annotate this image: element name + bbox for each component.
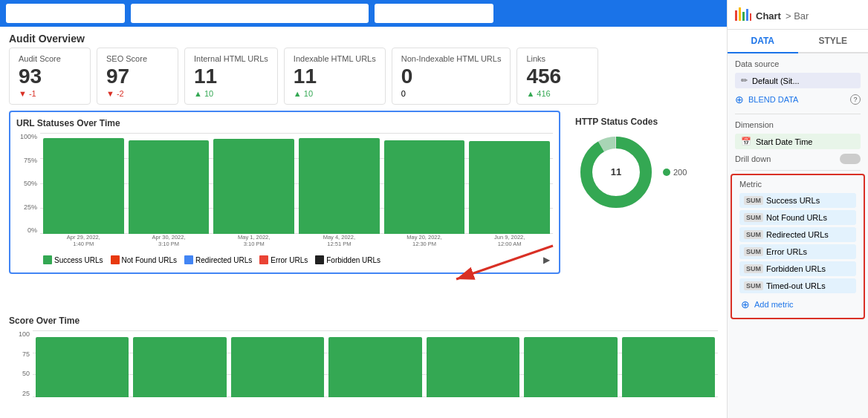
metric-item-5[interactable]: SUM Timed-out URLs: [739, 278, 856, 293]
right-panel: Chart > Bar DATA STYLE Data source ✏ Def…: [727, 0, 868, 418]
metric-value-0: 93: [19, 66, 81, 87]
top-bar: [0, 0, 727, 27]
calendar-icon: 📅: [741, 137, 751, 146]
score-y-75: 75: [9, 350, 33, 358]
x-label-2: May 1, 2022,3:10 PM: [213, 234, 294, 252]
top-bar-input-3[interactable]: [375, 4, 493, 23]
metric-label-5: Links: [526, 54, 589, 63]
x-label-1: Apr 30, 2022,3:10 PM: [129, 234, 210, 252]
score-y-100: 100: [9, 330, 33, 338]
bar-chart-wrapper: 100% 75% 50% 25% 0%: [16, 133, 553, 252]
donut-chart: 11: [575, 131, 657, 213]
data-source-item[interactable]: ✏ Default (Sit...: [735, 73, 861, 88]
bar-5: [469, 141, 550, 234]
metric-item-4[interactable]: SUM Forbidden URLs: [739, 261, 856, 276]
donut-legend-dot: [663, 169, 670, 176]
top-bar-input-1[interactable]: [6, 4, 125, 23]
bar-2: [213, 139, 294, 234]
panel-title: Chart: [756, 10, 781, 22]
drill-down-label: Drill down: [735, 154, 771, 163]
metric-title: Metric: [739, 180, 856, 189]
score-bar-4: [427, 337, 519, 397]
metric-label-3: Indexable HTML URLs: [294, 54, 376, 63]
score-bar-2: [231, 337, 324, 397]
help-icon[interactable]: ?: [850, 94, 861, 105]
y-label-50: 50%: [16, 180, 40, 187]
metric-section: Metric SUM Success URLs SUM Not Found UR…: [731, 174, 865, 319]
audit-overview-title: Audit Overview: [0, 27, 727, 48]
data-source-section: Data source ✏ Default (Sit... ⊕ BLEND DA…: [728, 53, 868, 114]
panel-breadcrumb: > Bar: [786, 10, 809, 22]
metric-value-1: 97: [106, 66, 169, 87]
chart-icon: [735, 7, 751, 21]
donut-legend-value: 200: [673, 168, 687, 177]
score-section: Score Over Time 100 75 50 25: [0, 313, 727, 418]
score-bar-1: [133, 337, 226, 397]
add-metric-button[interactable]: ⊕ Add metric: [739, 295, 856, 313]
x-label-3: May 4, 2022,12:51 PM: [299, 234, 380, 252]
metric-item-1[interactable]: SUM Not Found URLs: [739, 210, 856, 225]
add-metric-label: Add metric: [754, 300, 794, 309]
metric-sum-4: SUM: [744, 264, 763, 273]
svg-rect-7: [735, 10, 737, 21]
metrics-row: Audit Score 93 ▼ -1 SEO Score 97 ▼ -2 In…: [0, 48, 727, 111]
y-axis: 100% 75% 50% 25% 0%: [16, 133, 40, 234]
x-label-4: May 20, 2022,12:30 PM: [384, 234, 465, 252]
metric-label-0: Audit Score: [19, 54, 81, 63]
metric-card-4: Non-Indexable HTML URLs 0 0: [392, 48, 511, 105]
bar-0: [43, 138, 124, 234]
tab-data[interactable]: DATA: [728, 30, 798, 53]
svg-rect-9: [742, 12, 745, 21]
legend-redirected-label: Redirected URLs: [195, 256, 252, 264]
metric-card-0: Audit Score 93 ▼ -1: [9, 48, 91, 105]
legend-redirected: Redirected URLs: [184, 255, 252, 264]
metric-item-0[interactable]: SUM Success URLs: [739, 193, 856, 208]
score-y-25: 25: [9, 390, 33, 397]
metric-value-3: 11: [294, 66, 376, 87]
svg-text:11: 11: [611, 166, 621, 177]
legend-forbidden-color: [315, 255, 324, 264]
legend-scroll-right[interactable]: ▶: [543, 255, 550, 265]
x-label-0: Apr 29, 2022,1:40 PM: [43, 234, 124, 252]
score-y-axis: 100 75 50 25: [9, 330, 33, 397]
dimension-item[interactable]: 📅 Start Date Time: [735, 134, 861, 149]
score-bar-3: [328, 337, 421, 397]
metric-value-4: 0: [401, 66, 502, 87]
metric-change-2: ▲ 10: [194, 89, 268, 98]
metric-label-1: SEO Score: [106, 54, 169, 63]
metric-change-3: ▲ 10: [294, 89, 376, 98]
legend-notfound-color: [111, 255, 120, 264]
x-axis: Apr 29, 2022,1:40 PM Apr 30, 2022,3:10 P…: [43, 234, 550, 252]
metric-name-1: Not Found URLs: [766, 213, 827, 222]
metric-item-3[interactable]: SUM Error URLs: [739, 244, 856, 259]
y-label-75: 75%: [16, 157, 40, 164]
http-status-box: HTTP Status Codes 11 200: [569, 111, 718, 313]
metric-sum-0: SUM: [744, 196, 763, 205]
drill-down-toggle[interactable]: [840, 154, 861, 164]
metric-change-4: 0: [401, 89, 502, 98]
blend-data-label: BLEND DATA: [748, 95, 798, 104]
top-bar-input-2[interactable]: [131, 4, 369, 23]
metric-change-0: ▼ -1: [19, 89, 81, 98]
url-statuses-chart: URL Statuses Over Time 100% 75% 50% 25% …: [9, 111, 560, 274]
metric-sum-1: SUM: [744, 213, 763, 222]
score-bar-6: [622, 337, 715, 397]
legend-error-color: [259, 255, 268, 264]
metric-item-2[interactable]: SUM Redirected URLs: [739, 227, 856, 242]
legend-notfound-label: Not Found URLs: [122, 256, 177, 264]
metric-card-5: Links 456 ▲ 416: [516, 48, 598, 105]
bars-container: [43, 133, 550, 234]
bar-3: [299, 138, 380, 234]
legend-error: Error URLs: [259, 255, 308, 264]
metric-card-2: Internal HTML URLs 11 ▲ 10: [184, 48, 278, 105]
metric-label-2: Internal HTML URLs: [194, 54, 268, 63]
blend-data-button[interactable]: ⊕ BLEND DATA ?: [735, 91, 861, 108]
http-status-title: HTTP Status Codes: [575, 117, 712, 127]
panel-header: Chart > Bar: [728, 0, 868, 30]
tab-style[interactable]: STYLE: [798, 30, 869, 53]
legend-notfound: Not Found URLs: [111, 255, 177, 264]
legend-row: Success URLs Not Found URLs Redirected U…: [16, 252, 553, 267]
metric-name-5: Timed-out URLs: [766, 281, 826, 290]
metric-label-4: Non-Indexable HTML URLs: [401, 54, 502, 63]
y-label-0: 0%: [16, 226, 40, 234]
